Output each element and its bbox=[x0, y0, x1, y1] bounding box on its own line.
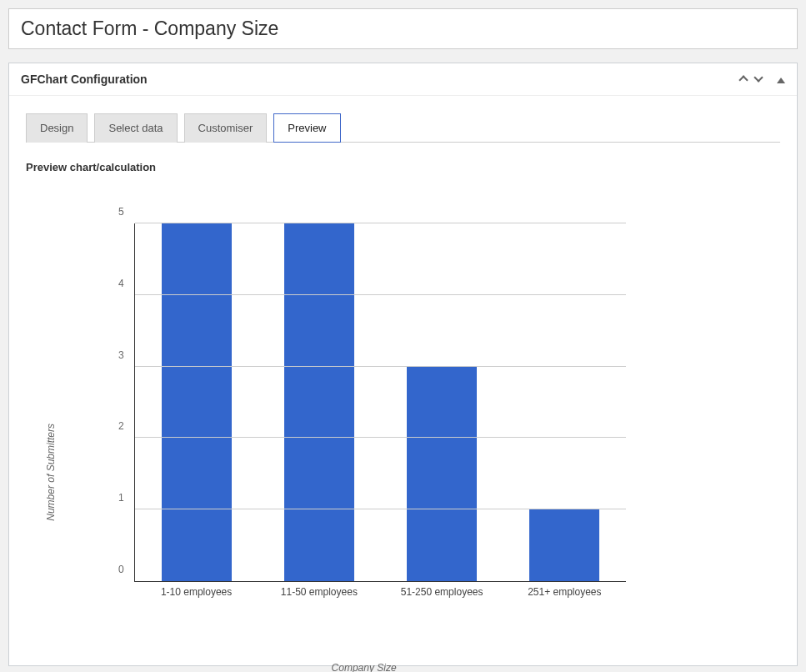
chart-bar-slot: 1-10 employees bbox=[143, 223, 251, 581]
tab-label: Select data bbox=[108, 122, 163, 134]
tab-select-data[interactable]: Select data bbox=[94, 113, 177, 143]
collapse-toggle-icon[interactable] bbox=[777, 72, 785, 87]
chart-y-tick: 0 bbox=[118, 564, 124, 575]
chart-bar bbox=[529, 509, 599, 581]
metabox-header: GFChart Configuration bbox=[9, 63, 797, 96]
chart-y-tick: 1 bbox=[118, 492, 124, 504]
chart-x-tick: 51-250 employees bbox=[377, 586, 506, 599]
preview-label: Preview chart/calculation bbox=[26, 161, 780, 173]
chart-x-axis-label: Company Size bbox=[332, 662, 397, 672]
tab-label: Customiser bbox=[198, 122, 253, 134]
tabs-container: DesignSelect dataCustomiserPreview bbox=[9, 96, 797, 143]
chart-bar bbox=[407, 367, 477, 581]
chart-bar-slot: 11-50 employees bbox=[265, 223, 373, 581]
tab-label: Design bbox=[40, 122, 73, 134]
chart: Number of Submitters 1-10 employees11-50… bbox=[59, 198, 643, 649]
chart-y-tick: 3 bbox=[118, 349, 124, 361]
chart-gridline bbox=[135, 366, 626, 367]
chart-x-tick: 11-50 employees bbox=[254, 586, 383, 599]
chart-bar-slot: 51-250 employees bbox=[388, 223, 496, 581]
order-up-icon[interactable] bbox=[740, 72, 747, 87]
page-title: Contact Form - Company Size bbox=[21, 18, 785, 40]
chart-y-axis-label: Number of Submitters bbox=[45, 424, 57, 521]
chart-plot-area: 1-10 employees11-50 employees51-250 empl… bbox=[134, 223, 626, 582]
chart-bar bbox=[284, 223, 354, 581]
metabox-header-controls bbox=[740, 72, 785, 87]
tab-customiser[interactable]: Customiser bbox=[184, 113, 268, 143]
chart-gridline bbox=[135, 223, 626, 223]
tab-content-preview: Preview chart/calculation Number of Subm… bbox=[9, 143, 797, 665]
chart-x-tick: 1-10 employees bbox=[132, 586, 261, 599]
page-title-panel: Contact Form - Company Size bbox=[8, 8, 798, 49]
metabox-gfchart-config: GFChart Configuration DesignSelect dataC… bbox=[8, 63, 798, 666]
chart-bar bbox=[162, 223, 232, 581]
order-down-icon[interactable] bbox=[755, 72, 762, 87]
chart-bar-slot: 251+ employees bbox=[511, 223, 619, 581]
tab-label: Preview bbox=[288, 122, 326, 134]
chart-x-tick: 251+ employees bbox=[500, 586, 629, 599]
chart-y-tick: 5 bbox=[118, 206, 124, 218]
chart-y-tick: 2 bbox=[118, 420, 124, 432]
metabox-title: GFChart Configuration bbox=[21, 73, 740, 86]
chart-gridline bbox=[135, 509, 626, 509]
chart-gridline bbox=[135, 294, 626, 295]
tab-preview[interactable]: Preview bbox=[273, 113, 340, 143]
tab-design[interactable]: Design bbox=[26, 113, 88, 143]
chart-y-tick: 4 bbox=[118, 278, 124, 289]
chart-gridline bbox=[135, 437, 626, 438]
